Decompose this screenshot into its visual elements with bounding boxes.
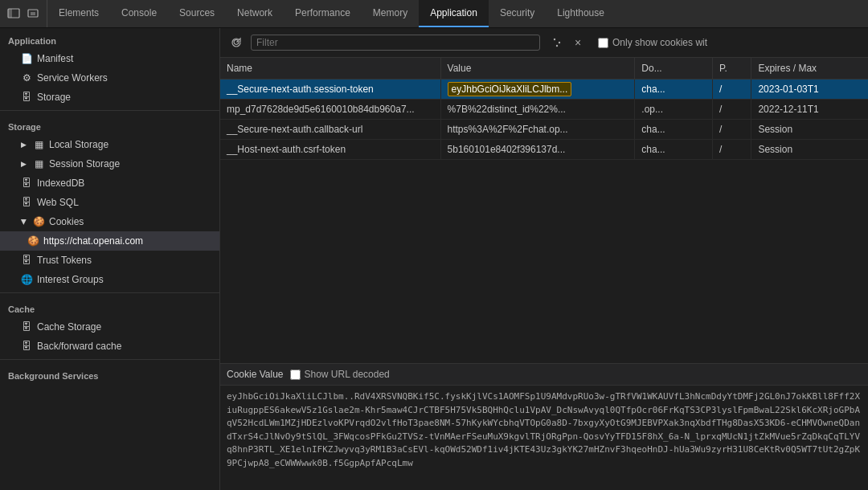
cell-name: __Host-next-auth.csrf-token bbox=[220, 140, 440, 160]
session-storage-icon: ▦ bbox=[33, 158, 44, 169]
sidebar-item-cookies[interactable]: ▶ 🍪 Cookies bbox=[0, 212, 219, 231]
svg-point-6 bbox=[556, 45, 558, 47]
col-header-domain[interactable]: Do... bbox=[635, 58, 713, 80]
svg-rect-3 bbox=[31, 12, 35, 15]
filter-bar: × Only show cookies wit bbox=[220, 28, 868, 58]
manifest-icon: 📄 bbox=[21, 53, 32, 64]
interest-groups-icon: 🌐 bbox=[21, 274, 32, 285]
svg-point-4 bbox=[554, 39, 555, 40]
tab-lighthouse[interactable]: Lighthouse bbox=[546, 0, 616, 27]
cell-domain: .op... bbox=[635, 100, 713, 120]
show-url-decoded-label: Show URL decoded bbox=[305, 369, 390, 380]
cell-expires: 2022-12-11T1 bbox=[751, 100, 868, 120]
sidebar-label-service-workers: Service Workers bbox=[37, 72, 108, 84]
sidebar-label-indexeddb: IndexedDB bbox=[37, 178, 84, 189]
sidebar-item-cookie-openai[interactable]: 🍪 https://chat.openai.com bbox=[0, 231, 219, 251]
clear-filter-button[interactable]: × bbox=[569, 34, 587, 51]
cache-storage-icon: 🗄 bbox=[21, 321, 32, 333]
tabs-bar: Elements Console Sources Network Perform… bbox=[47, 0, 868, 27]
top-bar: Elements Console Sources Network Perform… bbox=[0, 0, 868, 28]
cell-name: mp_d7d7628de9d5e6160010b84db960a7... bbox=[220, 100, 440, 120]
sidebar-label-cache-storage: Cache Storage bbox=[37, 321, 101, 333]
sidebar-item-storage[interactable]: 🗄 Storage bbox=[0, 88, 219, 107]
section-title-cache: Cache bbox=[0, 296, 219, 317]
sidebar-item-trust-tokens[interactable]: 🗄 Trust Tokens bbox=[0, 251, 219, 270]
dock-icon[interactable] bbox=[6, 6, 21, 21]
sidebar-item-local-storage[interactable]: ▶ ▦ Local Storage bbox=[0, 135, 219, 154]
sidebar-label-local-storage: Local Storage bbox=[49, 139, 108, 150]
filter-icons: × bbox=[548, 34, 587, 51]
trust-tokens-icon: 🗄 bbox=[21, 255, 32, 266]
sidebar-item-back-forward-cache[interactable]: 🗄 Back/forward cache bbox=[0, 337, 219, 356]
col-header-expires[interactable]: Expires / Max bbox=[751, 58, 868, 80]
table-row[interactable]: mp_d7d7628de9d5e6160010b84db960a7...%7B%… bbox=[220, 100, 868, 120]
cell-path: / bbox=[713, 80, 751, 100]
cell-expires: Session bbox=[751, 120, 868, 140]
col-header-path[interactable]: P. bbox=[713, 58, 751, 80]
tab-elements[interactable]: Elements bbox=[47, 0, 110, 27]
sidebar-label-manifest: Manifest bbox=[37, 53, 73, 64]
arrow-icon-2: ▶ bbox=[21, 160, 27, 168]
table-header-row: Name Value Do... P. Expires / Max bbox=[220, 58, 868, 80]
main-area: Application 📄 Manifest ⚙ Service Workers… bbox=[0, 28, 868, 490]
filter-input[interactable] bbox=[256, 37, 534, 48]
table-row[interactable]: __Secure-next-auth.callback-urlhttps%3A%… bbox=[220, 120, 868, 140]
devtools-icons bbox=[0, 0, 47, 27]
cookie-value-header: Cookie Value Show URL decoded bbox=[220, 364, 868, 386]
cell-value: eyJhbGciOiJkaXliLCJlbm... bbox=[440, 80, 635, 100]
tab-performance[interactable]: Performance bbox=[284, 0, 362, 27]
section-title-application: Application bbox=[0, 28, 219, 49]
cell-path: / bbox=[713, 120, 751, 140]
divider-3 bbox=[0, 359, 219, 360]
cell-name: __Secure-next-auth.callback-url bbox=[220, 120, 440, 140]
indexeddb-icon: 🗄 bbox=[21, 178, 32, 189]
only-show-cookies-wrap: Only show cookies wit bbox=[598, 37, 707, 48]
back-forward-cache-icon: 🗄 bbox=[21, 341, 32, 352]
cell-name: __Secure-next-auth.session-token bbox=[220, 80, 440, 100]
svg-rect-1 bbox=[8, 9, 12, 18]
sidebar-item-interest-groups[interactable]: 🌐 Interest Groups bbox=[0, 270, 219, 289]
undock-icon[interactable] bbox=[26, 6, 40, 21]
sidebar-item-service-workers[interactable]: ⚙ Service Workers bbox=[0, 68, 219, 88]
tab-security[interactable]: Security bbox=[489, 0, 546, 27]
sidebar-item-websql[interactable]: 🗄 Web SQL bbox=[0, 193, 219, 212]
section-title-background: Background Services bbox=[0, 363, 219, 384]
sidebar-label-websql: Web SQL bbox=[37, 197, 79, 208]
show-url-decoded-checkbox[interactable] bbox=[290, 370, 301, 380]
show-url-decoded-wrap: Show URL decoded bbox=[290, 369, 390, 380]
cookies-table: Name Value Do... P. Expires / Max __Secu… bbox=[220, 58, 868, 160]
tab-application[interactable]: Application bbox=[419, 0, 489, 27]
cell-domain: cha... bbox=[635, 80, 713, 100]
tab-network[interactable]: Network bbox=[226, 0, 284, 27]
tab-memory[interactable]: Memory bbox=[362, 0, 419, 27]
websql-icon: 🗄 bbox=[21, 197, 32, 208]
sidebar-item-indexeddb[interactable]: 🗄 IndexedDB bbox=[0, 174, 219, 193]
col-header-value[interactable]: Value bbox=[440, 58, 635, 80]
sidebar-label-back-forward-cache: Back/forward cache bbox=[37, 341, 121, 352]
col-header-name[interactable]: Name bbox=[220, 58, 440, 80]
table-row[interactable]: __Host-next-auth.csrf-token5b160101e8402… bbox=[220, 140, 868, 160]
storage-icon: 🗄 bbox=[21, 92, 32, 103]
local-storage-icon: ▦ bbox=[33, 139, 44, 150]
content-area: × Only show cookies wit Name Value Do...… bbox=[220, 28, 868, 490]
sidebar-item-manifest[interactable]: 📄 Manifest bbox=[0, 49, 219, 68]
cell-path: / bbox=[713, 140, 751, 160]
tab-console[interactable]: Console bbox=[110, 0, 168, 27]
table-row[interactable]: __Secure-next-auth.session-tokeneyJhbGci… bbox=[220, 80, 868, 100]
value-highlight-badge: eyJhbGciOiJkaXliLCJlbm... bbox=[448, 82, 572, 96]
sidebar-item-session-storage[interactable]: ▶ ▦ Session Storage bbox=[0, 154, 219, 174]
only-show-cookies-checkbox[interactable] bbox=[598, 38, 608, 48]
filter-settings-button[interactable] bbox=[548, 34, 566, 51]
cell-value: 5b160101e8402f396137d... bbox=[440, 140, 635, 160]
cell-domain: cha... bbox=[635, 120, 713, 140]
cell-value: %7B%22distinct_id%22%... bbox=[440, 100, 635, 120]
filter-input-wrap bbox=[251, 35, 540, 51]
tab-sources[interactable]: Sources bbox=[168, 0, 226, 27]
cell-value: https%3A%2F%2Fchat.op... bbox=[440, 120, 635, 140]
sidebar-label-storage: Storage bbox=[37, 92, 71, 103]
cell-path: / bbox=[713, 100, 751, 120]
sidebar-label-cookies: Cookies bbox=[49, 216, 84, 227]
arrow-icon: ▶ bbox=[21, 141, 27, 149]
refresh-button[interactable] bbox=[227, 33, 246, 52]
sidebar-item-cache-storage[interactable]: 🗄 Cache Storage bbox=[0, 317, 219, 337]
